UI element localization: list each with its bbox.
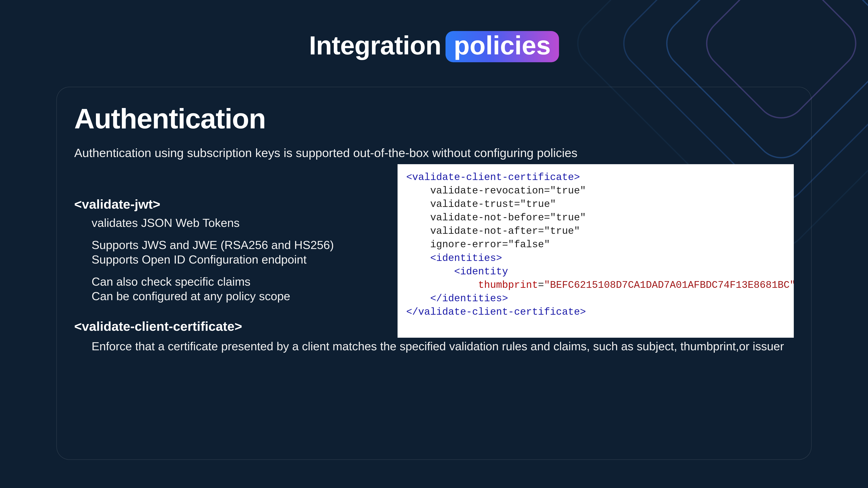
code-line-7: <identities> bbox=[430, 253, 502, 264]
jwt-bullet-3b: Can be configured at any policy scope bbox=[92, 289, 389, 304]
slide-title: Integrationpolicies bbox=[0, 30, 868, 62]
code-line-11: </validate-client-certificate> bbox=[406, 306, 586, 318]
jwt-bullet-2b: Supports Open ID Configuration endpoint bbox=[92, 252, 389, 267]
code-sample: <validate-client-certificate> validate-r… bbox=[398, 164, 794, 338]
intro-text: Authentication using subscription keys i… bbox=[74, 146, 794, 160]
validate-jwt-heading: <validate-jwt> bbox=[74, 197, 389, 212]
code-line-8: <identity bbox=[454, 266, 508, 278]
code-line-5: validate-not-after="true" bbox=[430, 226, 580, 237]
code-line-1: <validate-client-certificate> bbox=[406, 172, 580, 183]
jwt-bullet-1: validates JSON Web Tokens bbox=[92, 216, 389, 230]
section-title: Authentication bbox=[74, 102, 794, 135]
code-line-2: validate-revocation="true" bbox=[430, 185, 586, 196]
title-word-integration: Integration bbox=[309, 31, 441, 60]
validate-client-certificate-heading: <validate-client-certificate> bbox=[74, 319, 389, 334]
code-line-10: </identities> bbox=[430, 293, 508, 304]
slide: Integrationpolicies Authentication Authe… bbox=[0, 0, 868, 488]
left-column: <validate-jwt> validates JSON Web Tokens… bbox=[74, 164, 389, 338]
code-val-thumbprint: "BEFC6215108D7CA1DAD7A01AFBDC74F13E8681B… bbox=[544, 280, 794, 291]
jwt-bullets: validates JSON Web Tokens Supports JWS a… bbox=[74, 216, 389, 304]
jwt-bullet-3a: Can also check specific claims bbox=[92, 274, 389, 289]
validate-client-certificate-description: Enforce that a certificate presented by … bbox=[74, 339, 794, 353]
code-attr-thumbprint: thumbprint bbox=[478, 280, 538, 291]
code-line-6: ignore-error="false" bbox=[430, 239, 550, 250]
code-line-4: validate-not-before="true" bbox=[430, 212, 586, 223]
jwt-bullet-2a: Supports JWS and JWE (RSA256 and HS256) bbox=[92, 238, 389, 253]
code-line-3: validate-trust="true" bbox=[430, 199, 556, 210]
content-panel: Authentication Authentication using subs… bbox=[56, 87, 812, 460]
title-chip-policies: policies bbox=[445, 31, 559, 62]
